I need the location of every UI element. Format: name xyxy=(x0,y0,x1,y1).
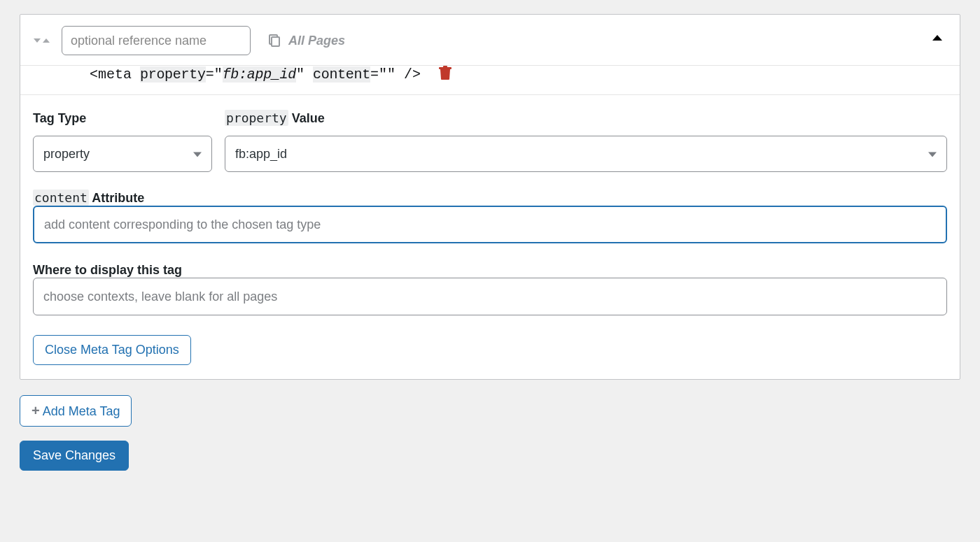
svg-rect-3 xyxy=(443,66,447,68)
panel-body: Tag Type property property Value fb:app_… xyxy=(20,94,960,379)
tag-type-select[interactable]: property xyxy=(33,136,212,172)
content-attribute-input[interactable] xyxy=(33,206,947,243)
code-preview: <meta property="fb:app_id" content="" /> xyxy=(90,66,421,83)
footer-actions: +Add Meta Tag Save Changes xyxy=(20,395,960,471)
tag-type-row: Tag Type property property Value fb:app_… xyxy=(33,110,947,172)
tag-type-field: Tag Type property xyxy=(33,111,212,172)
sort-handle[interactable] xyxy=(33,36,50,45)
all-pages-label: All Pages xyxy=(288,34,345,48)
delete-tag-button[interactable] xyxy=(439,66,451,83)
sort-down-icon xyxy=(33,36,41,45)
panel-header: All Pages xyxy=(20,15,960,66)
where-display-field: Where to display this tag xyxy=(33,263,947,315)
tag-type-label: Tag Type xyxy=(33,111,212,126)
plus-icon: + xyxy=(31,403,40,418)
content-attribute-field: content Attribute xyxy=(33,190,947,243)
chevron-up-icon xyxy=(932,34,943,41)
collapse-toggle[interactable] xyxy=(932,30,943,45)
close-options-button[interactable]: Close Meta Tag Options xyxy=(33,335,191,365)
trash-icon xyxy=(439,66,451,80)
property-value-field: property Value fb:app_id xyxy=(225,110,947,172)
reference-name-input[interactable] xyxy=(62,26,251,55)
content-attribute-label: content Attribute xyxy=(33,191,144,205)
property-value-select[interactable]: fb:app_id xyxy=(225,136,947,172)
add-meta-tag-button[interactable]: +Add Meta Tag xyxy=(20,395,132,427)
where-display-label: Where to display this tag xyxy=(33,263,182,277)
pages-icon xyxy=(267,34,281,48)
where-display-input[interactable] xyxy=(33,278,947,315)
sort-up-icon xyxy=(42,36,50,45)
save-changes-button[interactable]: Save Changes xyxy=(20,441,129,471)
svg-rect-1 xyxy=(272,37,279,46)
meta-tag-panel: All Pages <meta property="fb:app_id" con… xyxy=(20,14,960,380)
property-value-label: property Value xyxy=(225,110,947,126)
code-preview-row: <meta property="fb:app_id" content="" /> xyxy=(20,66,960,94)
all-pages-badge: All Pages xyxy=(267,34,345,48)
